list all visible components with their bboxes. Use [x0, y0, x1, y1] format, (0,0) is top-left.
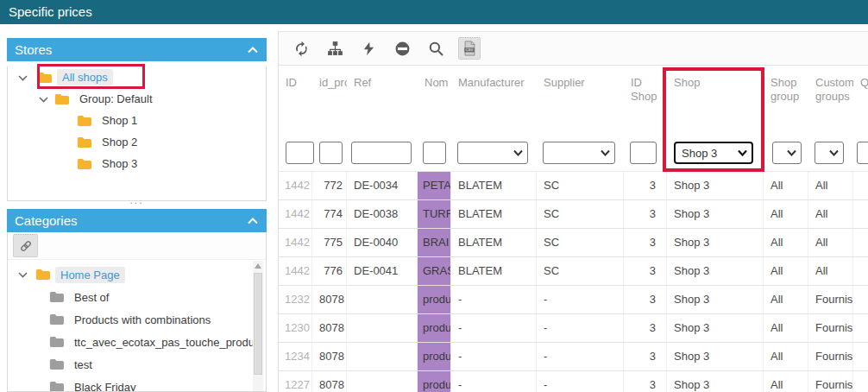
cell-id-product: 8078 [312, 371, 347, 392]
link-icon[interactable] [13, 234, 38, 257]
stores-tree: All shops Group: Default Shop 1 Shop 2 S… [7, 66, 267, 201]
cell-manufacturer: BLATEM [451, 172, 537, 199]
scrollbar-thumb[interactable] [254, 273, 262, 375]
folder-icon [49, 336, 64, 348]
cell-supplier: - [537, 286, 624, 313]
filter-row: Shop 3 [279, 138, 868, 172]
cell-id: 1234 [279, 343, 312, 370]
column-header-id-shop[interactable]: ID Shop [624, 66, 667, 138]
cell-qty-min [853, 314, 868, 342]
tree-item-label[interactable]: Best of [69, 289, 114, 306]
cell-shop: Shop 3 [667, 172, 764, 199]
table-row[interactable]: 1230 8078 produ - - 3 Shop 3 All Fournis [279, 314, 868, 343]
table-row[interactable]: 1442 775 DE-0040 BRAI BLATEM SC 3 Shop 3… [279, 229, 868, 257]
cell-id-shop: 3 [624, 172, 667, 199]
cell-id-product: 774 [312, 200, 347, 228]
chevron-down-icon[interactable] [15, 271, 30, 278]
cell-nom: produ [418, 314, 451, 342]
filter-id-input[interactable] [286, 142, 314, 164]
column-header-ref[interactable]: Ref [347, 66, 418, 138]
csv-export-icon[interactable]: CSV [458, 37, 481, 60]
chevron-down-icon[interactable] [15, 74, 30, 81]
collapse-up-icon[interactable] [247, 217, 259, 225]
cell-supplier: SC [537, 200, 624, 228]
filter-shop-select[interactable]: Shop 3 [674, 142, 753, 164]
tree-item-products-with-combinations[interactable]: Products with combinations [8, 308, 266, 331]
table-row[interactable]: 1232 8078 produ - - 3 Shop 3 All Fournis [279, 286, 868, 314]
table-row[interactable]: 1227 8078 produ - - 3 Shop 3 All Fournis [279, 371, 868, 392]
tree-item-label[interactable]: ttc_avec_ecotax_pas_touche_produ [69, 334, 260, 351]
ban-icon[interactable] [391, 37, 413, 60]
table-row[interactable]: 1442 774 DE-0038 TURF BLATEM SC 3 Shop 3… [279, 200, 868, 229]
cell-id-product: 8078 [312, 286, 347, 313]
tree-item-label[interactable]: Home Page [55, 267, 125, 283]
collapse-up-icon[interactable] [247, 46, 259, 54]
bolt-icon[interactable] [357, 37, 380, 60]
column-header-qty-min[interactable]: Qté min [853, 66, 868, 138]
tree-item-all-shops[interactable]: All shops [8, 66, 266, 88]
cell-supplier: - [537, 343, 624, 370]
column-header-nom[interactable]: Nom [418, 66, 451, 138]
column-header-manufacturer[interactable]: Manufacturer [451, 66, 537, 138]
column-header-id-product[interactable]: id_product [312, 66, 347, 138]
tree-item-label[interactable]: Shop 2 [97, 134, 142, 150]
tree-item-ttc-avec-ecotax[interactable]: ttc_avec_ecotax_pas_touche_produ [8, 331, 266, 353]
column-header-shop-group[interactable]: Shop group [764, 66, 808, 138]
filter-qty-min-input[interactable] [857, 142, 868, 164]
cell-manufacturer: BLATEM [451, 200, 537, 228]
filter-shop-group-select[interactable] [772, 142, 802, 164]
tree-item-test[interactable]: test [8, 353, 266, 376]
refresh-icon[interactable] [290, 37, 312, 60]
stores-panel-header: Stores [7, 38, 267, 61]
tree-item-label[interactable]: Shop 3 [97, 155, 142, 172]
tree-item-label[interactable]: Group: Default [74, 91, 158, 107]
filter-supplier-select[interactable] [543, 142, 615, 164]
tree-item-shop-2[interactable]: Shop 2 [8, 131, 266, 153]
cell-shop: Shop 3 [667, 229, 764, 256]
search-icon[interactable] [425, 37, 447, 60]
column-header-id[interactable]: ID [279, 66, 312, 138]
tree-item-shop-3[interactable]: Shop 3 [8, 153, 266, 174]
scroll-up-arrow-icon[interactable] [253, 261, 263, 271]
tree-item-label[interactable]: Black Friday [69, 379, 142, 392]
tree-item-label[interactable]: All shops [57, 69, 113, 85]
chevron-down-icon [829, 149, 839, 156]
cell-shop-group: All [764, 286, 808, 313]
tree-item-label[interactable]: Products with combinations [69, 312, 216, 328]
panel-resize-handle[interactable]: ... [7, 195, 267, 205]
filter-id-shop-input[interactable] [630, 142, 657, 164]
folder-icon [49, 313, 64, 326]
cell-shop-group: All [764, 314, 808, 342]
filter-custom-groups-select[interactable] [815, 142, 844, 164]
categories-scrollbar[interactable] [253, 261, 263, 391]
column-header-supplier[interactable]: Supplier [537, 66, 624, 138]
tree-item-best-of[interactable]: Best of [8, 286, 266, 308]
table-row[interactable]: 1442 772 DE-0034 PETA BLATEM SC 3 Shop 3… [279, 172, 868, 200]
tree-item-group-default[interactable]: Group: Default [8, 88, 266, 110]
tree-item-black-friday[interactable]: Black Friday [8, 376, 266, 392]
cell-manufacturer: - [451, 343, 537, 370]
tree-item-label[interactable]: Shop 1 [97, 112, 142, 129]
column-header-custom-groups[interactable]: Custom groups [808, 66, 853, 138]
cell-custom-groups: Fournis [808, 314, 853, 342]
filter-nom-input[interactable] [423, 142, 446, 164]
tree-item-home-page[interactable]: Home Page [8, 263, 266, 286]
cell-custom-groups: Fournis [808, 343, 853, 370]
cell-id-shop: 3 [624, 371, 667, 392]
cell-nom: produ [418, 286, 451, 313]
filter-ref-input[interactable] [351, 142, 412, 164]
column-header-shop[interactable]: Shop [667, 66, 764, 138]
table-row[interactable]: 1442 776 DE-0041 GRAS BLATEM SC 3 Shop 3… [279, 257, 868, 286]
tree-item-label[interactable]: test [69, 357, 97, 373]
page-title: Specific prices [0, 0, 868, 24]
chevron-down-icon[interactable] [35, 96, 51, 103]
cell-id-shop: 3 [624, 343, 667, 370]
filter-id-product-input[interactable] [319, 142, 343, 164]
sitemap-icon[interactable] [324, 37, 346, 60]
cell-id-shop: 3 [624, 200, 667, 228]
filter-manufacturer-select[interactable] [457, 142, 528, 164]
table-row[interactable]: 1234 8078 produ - - 3 Shop 3 All Fournis [279, 343, 868, 371]
tree-item-shop-1[interactable]: Shop 1 [8, 110, 266, 131]
stores-panel: Stores All shops Group: Default Shop 1 S… [7, 38, 267, 201]
table-body: 1442 772 DE-0034 PETA BLATEM SC 3 Shop 3… [279, 172, 868, 392]
